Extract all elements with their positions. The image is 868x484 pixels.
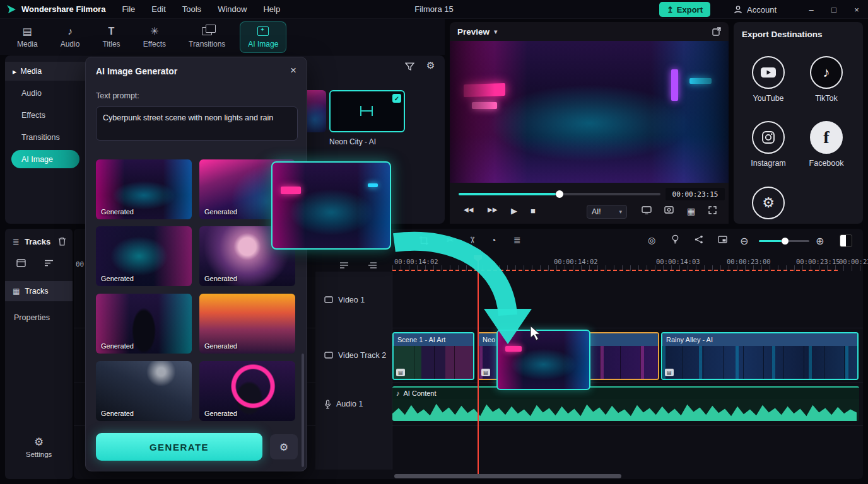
preview-header[interactable]: Preview ▾ <box>457 27 498 37</box>
clip-ai-content-audio[interactable]: ♪ AI Content <box>392 386 859 421</box>
dialog-title: AI Image Generator <box>96 66 177 76</box>
generate-button[interactable]: GENERATE <box>96 433 262 461</box>
destination-instagram[interactable]: Instagram <box>739 121 797 168</box>
tab-effects[interactable]: ✳ Effects <box>135 21 174 53</box>
zoom-out-icon[interactable]: ⊖ <box>740 235 748 247</box>
split-scissors-icon[interactable]: ✂ <box>447 235 454 245</box>
share-nodes-icon[interactable] <box>695 235 703 244</box>
sidebar-item-media[interactable]: ▸ Media <box>5 62 85 81</box>
media-settings-gear-icon[interactable]: ⚙ <box>426 60 435 70</box>
media-bin-icon[interactable] <box>16 259 26 267</box>
dialog-scrollbar[interactable] <box>302 354 304 467</box>
seek-handle[interactable] <box>556 190 563 198</box>
tracks-nav-item[interactable]: ▦ Tracks <box>5 281 73 301</box>
menu-tools[interactable]: Tools <box>182 4 201 14</box>
generator-settings-button[interactable]: ⚙ <box>270 434 298 459</box>
track-options-icon[interactable] <box>368 262 377 271</box>
keyframe-icon[interactable]: ◎ <box>648 235 655 245</box>
trim-scissors-icon[interactable]: ✂ <box>467 236 478 244</box>
snapshot-icon[interactable] <box>664 206 674 214</box>
playhead[interactable] <box>478 255 479 474</box>
settings-button[interactable]: ⚙ Settings <box>5 437 73 458</box>
pop-out-icon[interactable] <box>712 27 721 36</box>
dragged-clip-drop-preview[interactable] <box>496 330 590 390</box>
next-frame-button[interactable]: ▶▶ <box>488 206 497 213</box>
generated-thumbnail[interactable]: Generated <box>96 294 192 354</box>
trash-icon[interactable] <box>58 237 66 246</box>
video2-track-header[interactable]: Video Track 2 <box>315 328 392 383</box>
tab-titles[interactable]: T Titles <box>94 21 128 53</box>
thumbnail-checkbox[interactable]: ✓ <box>392 94 401 103</box>
zoom-slider-knob[interactable] <box>782 238 789 245</box>
tab-media[interactable]: ▤ Media <box>9 21 46 53</box>
menu-help[interactable]: Help <box>263 4 280 14</box>
transitions-icon <box>202 26 212 37</box>
grid-view-icon[interactable]: ▦ <box>687 206 695 216</box>
tab-transitions[interactable]: Transitions <box>180 21 233 53</box>
generated-thumbnail[interactable]: Generated <box>96 361 192 421</box>
picture-in-picture-icon[interactable] <box>718 236 727 243</box>
lightbulb-icon[interactable] <box>671 234 679 245</box>
generated-thumbnail[interactable]: Generated <box>96 226 192 286</box>
generated-thumbnail[interactable]: Generated <box>96 159 192 219</box>
playhead-handle[interactable] <box>474 255 482 262</box>
add-track-icon[interactable] <box>339 262 349 271</box>
video-track-icon <box>324 296 333 303</box>
building-shadow-decor <box>450 41 495 183</box>
zoom-in-icon[interactable]: ⊕ <box>816 235 824 247</box>
generated-thumbnail[interactable]: Generated <box>199 294 295 354</box>
audio-icon: ♪ <box>67 26 73 37</box>
sidebar-item-effects[interactable]: Effects <box>5 106 85 125</box>
video1-track-header[interactable]: Video 1 <box>315 272 392 328</box>
display-monitor-icon[interactable] <box>642 206 652 214</box>
speed-icon[interactable]: ◔ <box>491 235 496 245</box>
maximize-button[interactable]: □ <box>823 0 845 19</box>
chevron-down-icon: ▾ <box>494 28 498 35</box>
zoom-slider[interactable] <box>759 240 809 242</box>
clip-rainy-alley[interactable]: Rainy Alley - AI ▤ <box>661 332 859 380</box>
destination-facebook[interactable]: f Facebook <box>797 121 855 168</box>
preview-timecode: 00:00:23:15 <box>666 188 725 200</box>
ai-quality-dropdown[interactable]: AI! ▾ <box>587 205 627 219</box>
timeline-horizontal-scrollbar[interactable] <box>394 474 621 478</box>
clip-filmstrip <box>394 346 473 379</box>
seek-bar[interactable] <box>459 193 660 195</box>
clip-scene1[interactable]: Scene 1 - AI Art ▤ <box>392 332 474 380</box>
tab-audio[interactable]: ♪ Audio <box>52 21 88 53</box>
properties-nav-item[interactable]: Properties <box>5 308 73 328</box>
sort-icon[interactable] <box>44 259 54 267</box>
crop-icon[interactable] <box>419 236 428 245</box>
fit-timeline-icon[interactable] <box>840 234 852 247</box>
minimize-button[interactable]: – <box>800 0 823 19</box>
generated-thumbnail[interactable]: Generated <box>199 361 295 421</box>
menu-file[interactable]: File <box>122 4 135 14</box>
tab-ai-image[interactable]: ✦ AI Image <box>240 21 286 53</box>
export-settings-button[interactable]: ⚙ <box>739 187 797 219</box>
prompt-input[interactable]: Cyberpunk street scene with neon lights … <box>96 107 298 141</box>
play-button[interactable]: ▶ <box>511 206 517 216</box>
preview-video-frame[interactable] <box>450 41 729 183</box>
media-thumbnail-selected[interactable]: ✓ <box>329 90 405 132</box>
stop-button[interactable]: ■ <box>531 206 536 216</box>
chevron-down-icon: ▾ <box>619 209 622 215</box>
neon-sign-decor <box>505 346 522 352</box>
menu-edit[interactable]: Edit <box>151 4 165 14</box>
audio-track-header[interactable]: Audio 1 <box>315 383 392 425</box>
sidebar-item-transitions[interactable]: Transitions <box>5 128 85 147</box>
export-button[interactable]: ↥ Export <box>659 2 710 17</box>
sidebar-item-ai-image[interactable]: AI Image <box>11 150 79 168</box>
filter-icon[interactable] <box>405 62 414 71</box>
menu-window[interactable]: Window <box>218 4 247 14</box>
close-window-button[interactable]: × <box>845 0 868 19</box>
fullscreen-icon[interactable] <box>708 206 717 214</box>
previous-frame-button[interactable]: ◀◀ <box>464 206 473 213</box>
destination-tiktok[interactable]: ♪ TikTok <box>797 56 855 103</box>
track-manager-icon[interactable]: ≣ <box>513 235 521 245</box>
audio-waveform <box>392 399 857 421</box>
sidebar-item-audio[interactable]: Audio <box>5 84 85 103</box>
gear-icon: ⚙ <box>752 187 785 219</box>
dragged-generated-image[interactable] <box>271 161 391 250</box>
close-icon[interactable]: × <box>290 64 296 77</box>
account-button[interactable]: Account <box>727 2 783 17</box>
destination-youtube[interactable]: YouTube <box>739 56 797 103</box>
